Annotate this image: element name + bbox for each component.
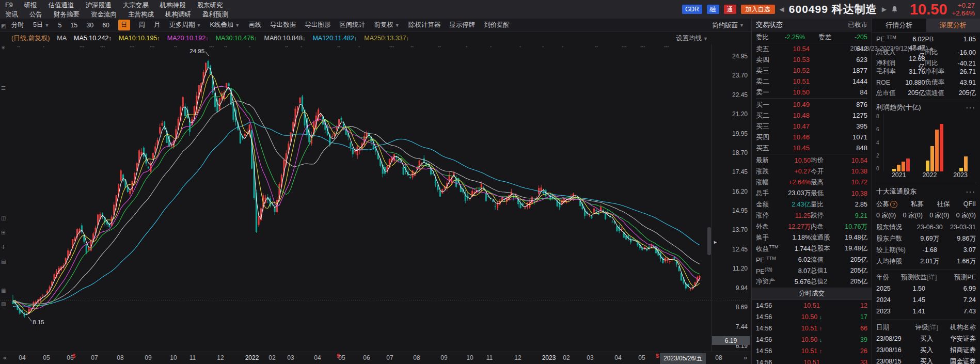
toolbar-item-前复权[interactable]: 前复权▼	[374, 21, 399, 29]
svg-text:**: **	[337, 45, 340, 50]
order-level-卖四[interactable]: 卖四10.53623	[756, 54, 867, 65]
svg-text:23.70: 23.70	[732, 72, 748, 79]
next-stock-icon[interactable]: ▶	[882, 6, 887, 13]
layout-select[interactable]: 简约版面▼	[712, 19, 744, 32]
main-candlestick-chart[interactable]: ****************************************…	[0, 44, 751, 352]
toolbar-item-月[interactable]: 月	[154, 21, 161, 29]
help-icon[interactable]: ?	[890, 201, 897, 208]
toolbar-item-60[interactable]: 60	[102, 22, 109, 29]
forecast-table: 年份预测收益[详]预测PE20251.506.9920241.457.24202…	[872, 272, 980, 317]
tab-深度分析[interactable]: 深度分析	[926, 19, 980, 32]
menu-item-大宗交易[interactable]: 大宗交易	[123, 1, 149, 10]
tool-icon-hatch[interactable]: ▨	[1, 302, 6, 307]
menu-item-股东研究[interactable]: 股东研究	[197, 1, 223, 10]
top-menu: F9研报估值通道沪深股通大宗交易机构持股股东研究 资讯公告财务摘要资金流向主营构…	[5, 0, 228, 19]
menu-item-机构调研[interactable]: 机构调研	[165, 10, 191, 19]
toolbar-item-30[interactable]: 30	[86, 22, 93, 29]
toolbar-item-显示停牌[interactable]: 显示停牌	[449, 21, 475, 29]
time-axis-tick: 2022	[245, 354, 259, 361]
tool-icon-plus[interactable]: ✛	[1, 245, 5, 250]
toolbar-item-周[interactable]: 周	[139, 21, 146, 29]
chevron-down-icon: ▼	[235, 23, 240, 28]
order-level-买三[interactable]: 买三10.47395	[756, 121, 867, 132]
toolbar-item-日[interactable]: 日	[118, 20, 130, 30]
quote-panel: 交易状态 已收市 委比 -2.25% 委差 -205 卖五10.54642卖四1…	[751, 19, 872, 364]
ma-settings-button[interactable]: 设置均线▼	[676, 34, 708, 43]
toolbar-item-5日[interactable]: 5日▼	[33, 21, 49, 29]
order-level-卖一[interactable]: 卖一10.5084	[756, 87, 867, 98]
menu-item-沪深股通[interactable]: 沪深股通	[86, 1, 112, 10]
profit-bar-group-2021	[892, 114, 910, 171]
menu-item-研报[interactable]: 研报	[24, 1, 37, 10]
order-level-卖二[interactable]: 卖二10.511444	[756, 76, 867, 87]
chart-mode-label: (日线,前复权)	[11, 34, 50, 43]
margin-badge[interactable]: 融	[707, 5, 719, 14]
time-axis-tick: 04	[614, 354, 621, 361]
quote-stat-row: 最新10.50均价10.54	[756, 155, 867, 166]
tick-trades-list[interactable]: 14:5610.511214:5610.50 ↓1714:5610.51 ↑66…	[752, 300, 872, 364]
toolbar-item-K线叠加[interactable]: K线叠加▼	[210, 21, 240, 29]
menu-item-估值通道[interactable]: 估值通道	[49, 1, 74, 10]
scroll-right-icon[interactable]: »	[744, 354, 747, 361]
menu-item-机构持股[interactable]: 机构持股	[160, 1, 186, 10]
fund-col-QFII: QFII	[963, 200, 976, 208]
svg-text:**: **	[410, 45, 414, 50]
price-change: +0.27 +2.64%	[952, 2, 975, 17]
more-options-icon[interactable]: ···	[966, 188, 976, 196]
ma-value-MA30: MA30:10.476↓	[216, 35, 257, 42]
menu-item-主营构成[interactable]: 主营构成	[128, 10, 154, 19]
toolbar-item-分时[interactable]: 分时	[11, 21, 24, 29]
svg-text:*: *	[519, 45, 521, 50]
toolbar-item-导出图形[interactable]: 导出图形	[305, 21, 330, 29]
menu-item-公告[interactable]: 公告	[29, 10, 42, 19]
more-options-icon[interactable]: ···	[966, 104, 976, 112]
table-row: 20231.417.43	[876, 306, 976, 317]
add-watchlist-button[interactable]: 加入自选	[741, 5, 775, 14]
menu-item-资金流向[interactable]: 资金流向	[91, 10, 117, 19]
tool-icon-star[interactable]: ✳	[1, 45, 5, 51]
order-level-卖三[interactable]: 卖三10.521877	[756, 65, 867, 76]
prev-stock-icon[interactable]: ◀	[780, 6, 784, 13]
tool-icon-rows[interactable]: ▤	[1, 259, 6, 264]
menu-item-F9[interactable]: F9	[5, 2, 13, 9]
order-level-买二[interactable]: 买二10.481275	[756, 110, 867, 121]
change-percent: +2.64%	[952, 9, 975, 17]
analysis-tabs: 行情分析深度分析	[872, 19, 980, 33]
toolbar-item-除权计算器[interactable]: 除权计算器	[408, 21, 441, 29]
time-axis-tick: 04	[314, 354, 321, 361]
order-level-买四[interactable]: 买四10.461071	[756, 132, 867, 143]
menu-item-资讯[interactable]: 资讯	[5, 10, 18, 19]
gdr-badge[interactable]: GDR	[682, 5, 702, 14]
tool-icon-frame[interactable]: ◫	[1, 216, 6, 221]
tab-行情分析[interactable]: 行情分析	[872, 19, 926, 32]
menu-item-盈利预测[interactable]: 盈利预测	[202, 10, 228, 19]
toolbar-item-15[interactable]: 15	[70, 22, 77, 29]
toolbar-item-5[interactable]: 5	[58, 22, 61, 29]
tool-icon-list[interactable]: ☰	[1, 86, 6, 91]
profit-bar	[906, 159, 910, 171]
toolbar-item-区间统计[interactable]: 区间统计	[339, 21, 365, 29]
commission-ratio-row: 委比 -2.25% 委差 -205	[752, 31, 872, 43]
toolbar-item-更多周期[interactable]: 更多周期▼	[169, 21, 201, 29]
tool-icon-grid[interactable]: ⊞	[1, 230, 5, 235]
connect-badge[interactable]: 通	[724, 5, 736, 14]
svg-text:24.95: 24.95	[732, 53, 748, 60]
order-level-买一[interactable]: 买一10.49876	[756, 99, 867, 110]
toolbar-item-画线[interactable]: 画线	[248, 21, 261, 29]
tick-trade-row: 14:5610.51 ↑26	[756, 345, 867, 357]
toolbar-item-导出数据[interactable]: 导出数据	[270, 21, 296, 29]
order-level-买五[interactable]: 买五10.45848	[756, 143, 867, 153]
menu-item-财务摘要[interactable]: 财务摘要	[54, 10, 80, 19]
svg-text:22.45: 22.45	[732, 91, 748, 99]
toolbar-item-到价提醒[interactable]: 到价提醒	[484, 21, 510, 29]
trade-status-label: 交易状态	[756, 20, 783, 29]
svg-text:*: *	[301, 45, 302, 50]
tool-icon-panel[interactable]: ▦	[1, 288, 6, 293]
profit-bar	[940, 124, 943, 171]
alert-bell-icon[interactable]	[891, 6, 898, 13]
time-axis-tick: 08	[413, 354, 420, 361]
tool-icon-marker[interactable]: ◩	[1, 24, 6, 29]
table-row: 23/08/16买入招商证券	[876, 344, 976, 356]
tick-trades-header: 分时成交	[752, 288, 872, 300]
pin-icon[interactable]: ◆	[929, 46, 934, 52]
